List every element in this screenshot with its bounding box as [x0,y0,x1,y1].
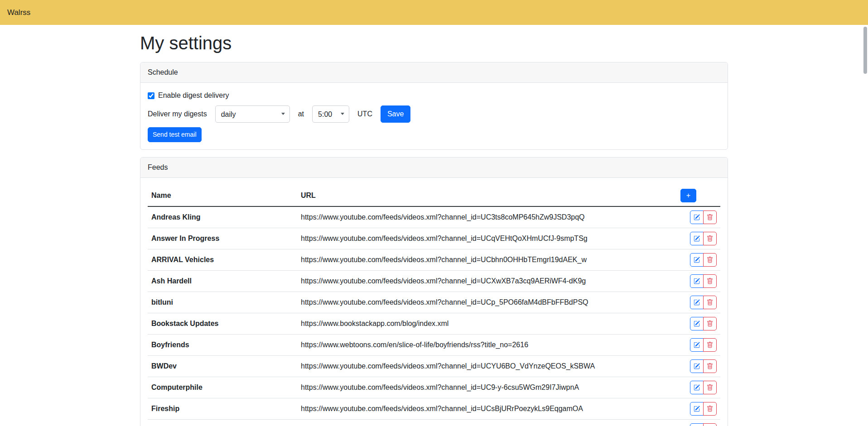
edit-feed-button[interactable] [690,381,704,394]
edit-feed-button[interactable] [690,402,704,416]
feed-actions-cell [677,292,720,313]
feed-actions-group [690,381,717,394]
trash-icon [707,257,713,263]
feed-actions-group [690,423,717,426]
feed-actions-cell [677,206,720,228]
delete-feed-button[interactable] [703,423,717,426]
feed-actions-cell [677,271,720,292]
app-brand[interactable]: Walrss [7,7,30,19]
feeds-card-header: Feeds [140,158,728,178]
edit-feed-button[interactable] [690,211,704,224]
pencil-square-icon [694,406,700,412]
table-row: Boyfriends https://www.webtoons.com/en/s… [148,335,720,356]
feed-url: https://www.bookstackapp.com/blog/index.… [297,313,677,335]
feed-url: https://www.youtube.com/feeds/videos.xml… [297,377,677,398]
delete-feed-button[interactable] [703,402,717,416]
feed-actions-group [690,317,717,330]
enable-digest-checkbox[interactable] [148,92,154,99]
feeds-header-row: Name URL + [148,185,720,206]
feeds-table-head: Name URL + [148,185,720,206]
delete-feed-button[interactable] [703,211,717,224]
feeds-table-body: Andreas Kling https://www.youtube.com/fe… [148,206,720,426]
frequency-select[interactable]: daily [215,105,290,123]
feed-name: Andreas Kling [148,206,297,228]
pencil-square-icon [694,363,700,369]
feed-actions-group [690,359,717,373]
delivery-settings-row: Deliver my digests daily at 5:00 UTC Sav… [148,105,720,123]
scrollbar-thumb[interactable] [863,27,867,74]
feed-name: Boyfriends [148,335,297,356]
feed-name: Fireship [148,398,297,420]
feed-name: BWDev [148,356,297,377]
deliver-label: Deliver my digests [148,109,207,120]
table-row: BWDev https://www.youtube.com/feeds/vide… [148,356,720,377]
edit-feed-button[interactable] [690,274,704,288]
edit-feed-button[interactable] [690,296,704,309]
feed-name [148,420,297,426]
delete-feed-button[interactable] [703,296,717,309]
trash-icon [707,363,713,369]
trash-icon [707,406,713,412]
feed-url: https://www.youtube.com/feeds/videos.xml… [297,271,677,292]
at-label: at [298,109,304,120]
feed-actions-cell [677,398,720,420]
send-test-email-button[interactable]: Send test email [148,127,202,142]
main-container: My settings Schedule Enable digest deliv… [140,32,728,426]
column-header-actions: + [677,185,720,206]
delete-feed-button[interactable] [703,317,717,330]
feed-url: https://www.webtoons.com/en/slice-of-lif… [297,335,677,356]
feed-actions-group [690,296,717,309]
feed-url [297,420,677,426]
trash-icon [707,278,713,284]
pencil-square-icon [694,384,700,391]
feed-name: Answer In Progress [148,228,297,249]
pencil-square-icon [694,342,700,348]
enable-digest-label[interactable]: Enable digest delivery [158,90,229,101]
feed-name: Bookstack Updates [148,313,297,335]
delete-feed-button[interactable] [703,338,717,352]
table-row [148,420,720,426]
edit-feed-button[interactable] [690,423,704,426]
feeds-card: Feeds Name URL + Andreas Kling https://w… [140,157,728,426]
save-button[interactable]: Save [381,105,410,123]
time-select-wrap: 5:00 [312,105,349,123]
pencil-square-icon [694,278,700,284]
feed-actions-cell [677,335,720,356]
delete-feed-button[interactable] [703,274,717,288]
edit-feed-button[interactable] [690,359,704,373]
pencil-square-icon [694,214,700,220]
page-title: My settings [140,32,728,54]
edit-feed-button[interactable] [690,232,704,245]
delete-feed-button[interactable] [703,381,717,394]
feed-actions-cell [677,356,720,377]
feed-actions-group [690,402,717,416]
edit-feed-button[interactable] [690,317,704,330]
feeds-card-body: Name URL + Andreas Kling https://www.you… [140,178,728,426]
feed-name: ARRIVAL Vehicles [148,249,297,271]
delete-feed-button[interactable] [703,232,717,245]
feed-name: Ash Hardell [148,271,297,292]
column-header-url: URL [297,185,677,206]
feed-actions-group [690,211,717,224]
delete-feed-button[interactable] [703,253,717,267]
time-select[interactable]: 5:00 [312,105,349,123]
edit-feed-button[interactable] [690,253,704,267]
utc-label: UTC [357,109,372,120]
feeds-table: Name URL + Andreas Kling https://www.you… [148,185,720,426]
feed-actions-cell [677,249,720,271]
add-feed-button[interactable]: + [680,189,696,202]
feed-actions-cell [677,420,720,426]
pencil-square-icon [694,235,700,242]
frequency-select-wrap: daily [215,105,290,123]
feed-actions-group [690,232,717,245]
feed-url: https://www.youtube.com/feeds/videos.xml… [297,356,677,377]
table-row: ARRIVAL Vehicles https://www.youtube.com… [148,249,720,271]
table-row: Bookstack Updates https://www.bookstacka… [148,313,720,335]
delete-feed-button[interactable] [703,359,717,373]
feed-name: Computerphile [148,377,297,398]
trash-icon [707,299,713,306]
table-row: bitluni https://www.youtube.com/feeds/vi… [148,292,720,313]
feed-name: bitluni [148,292,297,313]
edit-feed-button[interactable] [690,338,704,352]
scrollbar[interactable] [863,0,868,426]
